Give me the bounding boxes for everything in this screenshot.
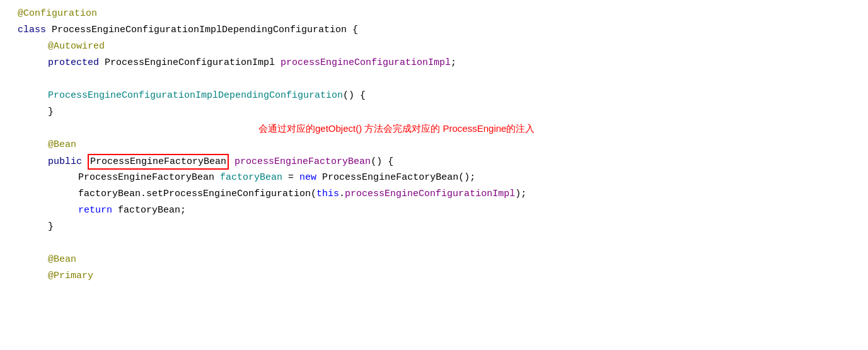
method-parens: () { <box>371 155 393 170</box>
annotation-primary: @Primary <box>48 269 93 284</box>
close-brace-2: } <box>48 219 54 235</box>
line-13: return factoryBean; <box>13 203 868 219</box>
gutter-8 <box>13 121 18 134</box>
keyword-return: return <box>78 203 112 218</box>
space-after-box <box>229 155 234 170</box>
field-ref: processEngineConfigurationImpl <box>345 187 515 202</box>
constructor-parens: () { <box>343 88 366 103</box>
code-viewer: @Configuration class ProcessEngineConfig… <box>0 0 868 350</box>
line-3: @Autowired <box>13 39 868 55</box>
line-10: public ProcessEngineFactoryBean processE… <box>13 154 868 170</box>
new-instance: ProcessEngineFactoryBean(); <box>316 170 475 185</box>
class-name-text: ProcessEngineConfigurationImplDependingC… <box>52 23 358 38</box>
line-11: ProcessEngineFactoryBean factoryBean = n… <box>13 170 868 187</box>
close-call: ); <box>515 187 526 202</box>
line-5 <box>13 72 868 88</box>
annotation-bean-1: @Bean <box>48 137 76 153</box>
gutter-2 <box>13 24 18 37</box>
gutter-16 <box>13 254 18 267</box>
gutter-13 <box>13 204 18 218</box>
constructor-name: ProcessEngineConfigurationImplDependingC… <box>48 88 343 103</box>
factory-set-call: factoryBean.setProcessEngineConfiguratio… <box>78 187 316 202</box>
keyword-this: this <box>316 187 339 202</box>
var-factory-bean: factoryBean <box>220 170 282 185</box>
line-7: } <box>13 105 868 121</box>
keyword-protected: protected <box>48 55 105 71</box>
close-brace-1: } <box>48 105 54 120</box>
tooltip-text: 会通过对应的getObject() 方法会完成对应的 ProcessEngine… <box>258 121 535 136</box>
line-4: protected ProcessEngineConfigurationImpl… <box>13 55 868 72</box>
gutter-5 <box>13 72 18 85</box>
class-type: ProcessEngineConfigurationImpl <box>105 55 281 71</box>
method-name: processEngineFactoryBean <box>234 155 371 170</box>
gutter-10 <box>13 156 18 169</box>
annotation-bean-2: @Bean <box>48 252 76 267</box>
line-12: factoryBean.setProcessEngineConfiguratio… <box>13 187 868 203</box>
line-15 <box>13 236 868 252</box>
line-8: 会通过对应的getObject() 方法会完成对应的 ProcessEngine… <box>13 121 868 137</box>
line-2: class ProcessEngineConfigurationImplDepe… <box>13 23 868 39</box>
return-value: factoryBean; <box>112 203 186 218</box>
class-ref-1: ProcessEngineFactoryBean <box>78 170 220 185</box>
highlighted-class-name: ProcessEngineFactoryBean <box>88 154 229 170</box>
gutter-12 <box>13 188 18 201</box>
line-17: @Primary <box>13 269 868 285</box>
gutter-1 <box>13 8 18 21</box>
gutter-4 <box>13 57 18 70</box>
gutter-17 <box>13 270 18 283</box>
gutter-15 <box>13 236 18 249</box>
keyword-new-1: new <box>299 170 316 185</box>
line-16: @Bean <box>13 252 868 269</box>
gutter-3 <box>13 40 18 54</box>
annotation-configuration: @Configuration <box>18 6 97 21</box>
dot-1: . <box>339 187 345 202</box>
keyword-public: public <box>48 155 88 170</box>
gutter-7 <box>13 106 18 119</box>
gutter-6 <box>13 90 18 103</box>
factory-bean-class: ProcessEngineFactoryBean <box>90 156 226 167</box>
gutter-11 <box>13 172 18 185</box>
gutter-14 <box>13 221 18 234</box>
line-1: @Configuration <box>13 6 868 23</box>
field-name: processEngineConfigurationImpl <box>281 55 451 71</box>
gutter-9 <box>13 139 18 152</box>
line-6: ProcessEngineConfigurationImplDependingC… <box>13 88 868 105</box>
line-9: @Bean <box>13 137 868 154</box>
keyword-class: class <box>18 23 52 38</box>
semicolon-1: ; <box>451 55 456 71</box>
annotation-autowired: @Autowired <box>48 39 105 54</box>
assign-1: = <box>282 170 299 185</box>
line-14: } <box>13 219 868 236</box>
